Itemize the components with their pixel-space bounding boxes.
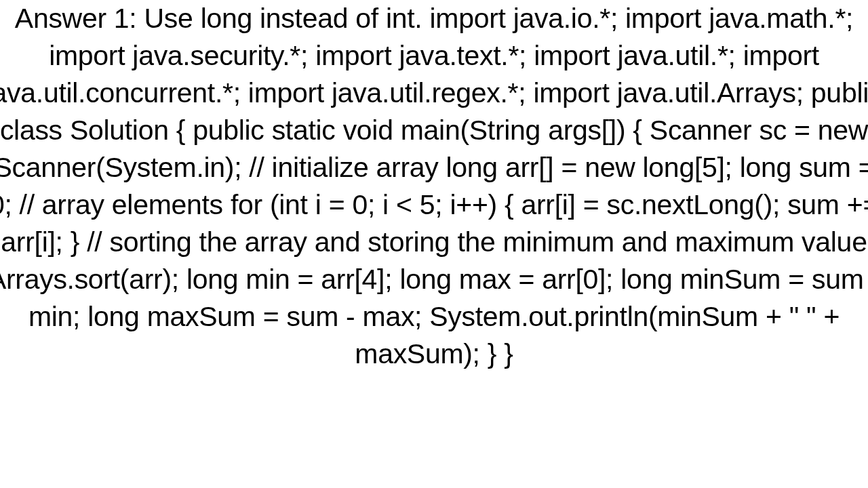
answer-text-block: Answer 1: Use long instead of int. impor… <box>0 0 868 373</box>
answer-content: Answer 1: Use long instead of int. impor… <box>0 3 868 369</box>
